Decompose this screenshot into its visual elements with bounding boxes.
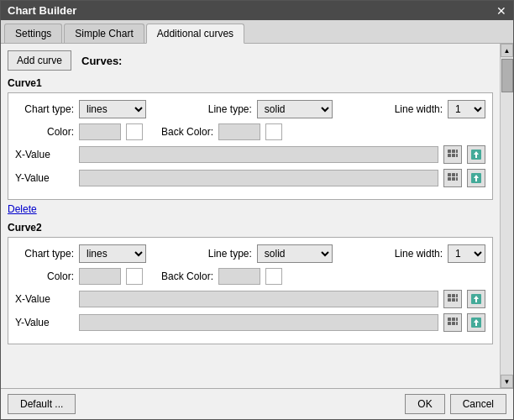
curve1-color-label: Color: [15,126,74,138]
curve2-xvalue-label: X-Value [15,293,74,305]
curve2-back-color-picker-btn[interactable] [265,268,282,285]
curve1-xvalue-input[interactable] [79,146,438,163]
curve1-box: Chart type: lines bars points Line type:… [8,92,493,200]
tab-simple-chart[interactable]: Simple Chart [64,24,144,43]
svg-rect-28 [456,318,458,321]
curve2-line-width-select[interactable]: 1 2 3 4 [448,244,485,263]
content-area: Add curve Curves: Curve1 Chart type: lin… [1,44,513,388]
grid-icon [447,293,459,305]
curve1-back-color-picker-btn[interactable] [265,123,282,140]
curve1-yvalue-arrow-icon-btn[interactable] [467,169,485,187]
scrollbar[interactable]: ▲ ▼ [500,44,513,388]
bottom-bar: Default ... OK Cancel [1,388,513,419]
curve2-title: Curve2 [8,222,493,234]
curve1-color-box [79,123,121,140]
curve2-line-type-label: Line type: [208,248,252,260]
green-arrow-icon [470,172,482,184]
grid-icon [447,149,459,160]
curve1-title: Curve1 [8,77,493,89]
tab-additional-curves[interactable]: Additional curves [146,24,244,44]
curve1-yvalue-input[interactable] [79,170,438,186]
svg-rect-13 [456,177,458,181]
svg-rect-29 [456,322,458,325]
curve1-yvalue-grid-icon-btn[interactable] [443,169,462,187]
close-button[interactable]: ✕ [496,5,506,17]
curve2-yvalue-input[interactable] [79,314,438,331]
curve2-yvalue-label: Y-Value [15,317,74,328]
scrollbar-up-btn[interactable]: ▲ [501,44,513,57]
curve1-xvalue-grid-icon-btn[interactable] [443,145,462,164]
svg-rect-2 [448,154,451,157]
curve1-color-row: Color: Back Color: [15,123,485,140]
curve1-color-picker-btn[interactable] [126,123,143,140]
curve1-line-width-label: Line width: [395,103,443,115]
curve2-chart-type-select[interactable]: lines bars points [79,244,146,263]
curve2-line-type-section: Line type: solid dashed dotted [151,244,390,263]
curve2-color-picker-btn[interactable] [126,268,143,285]
ok-button[interactable]: OK [405,394,444,414]
cancel-button[interactable]: Cancel [450,394,506,414]
svg-rect-24 [448,318,451,321]
grid-icon [447,172,459,184]
curves-label: Curves: [81,55,122,67]
svg-rect-11 [452,177,455,181]
window-title: Chart Builder [8,4,76,17]
svg-rect-9 [452,173,455,176]
curve2-back-color-box [218,268,260,285]
svg-rect-5 [456,154,458,157]
curve2-chart-type-label: Chart type: [15,248,74,260]
curve1-yvalue-row: Y-Value [15,169,485,187]
curve1-section: Curve1 Chart type: lines bars points Lin… [8,77,493,215]
svg-rect-19 [452,298,455,302]
svg-rect-12 [456,173,458,176]
curve1-line-type-label: Line type: [208,103,252,115]
svg-rect-16 [448,294,451,297]
svg-rect-17 [452,294,455,297]
curve2-color-box [79,268,121,285]
green-arrow-icon [470,149,482,160]
grid-icon [447,317,459,328]
curve2-yvalue-grid-icon-btn[interactable] [443,313,462,332]
default-button[interactable]: Default ... [8,394,76,414]
curve1-back-color-box [218,123,260,140]
curve1-chart-type-label: Chart type: [15,103,74,115]
svg-rect-0 [448,150,451,153]
curve2-xvalue-input[interactable] [79,291,438,307]
curve1-xvalue-arrow-icon-btn[interactable] [467,145,485,164]
curve2-color-row: Color: Back Color: [15,268,485,285]
curve1-chart-type-select[interactable]: lines bars points [79,100,146,118]
svg-rect-8 [448,173,451,176]
scrollbar-down-btn[interactable]: ▼ [501,375,513,388]
curve2-xvalue-row: X-Value [15,290,485,308]
scroll-area: Add curve Curves: Curve1 Chart type: lin… [1,44,500,388]
curve2-xvalue-grid-icon-btn[interactable] [443,290,462,308]
svg-rect-20 [456,294,458,297]
curve2-chart-type-row: Chart type: lines bars points Line type:… [15,244,485,263]
svg-rect-26 [448,322,451,325]
curve2-yvalue-row: Y-Value [15,313,485,332]
svg-rect-10 [448,177,451,181]
curve2-back-color-label: Back Color: [161,270,213,282]
scrollbar-thumb[interactable] [501,59,513,92]
curve2-line-type-select[interactable]: solid dashed dotted [257,244,333,263]
bottom-right-buttons: OK Cancel [405,394,506,414]
curve2-xvalue-arrow-icon-btn[interactable] [467,290,485,308]
svg-rect-1 [452,150,455,153]
tab-bar: Settings Simple Chart Additional curves [1,20,513,44]
curve2-box: Chart type: lines bars points Line type:… [8,237,493,344]
tab-settings[interactable]: Settings [4,24,62,43]
green-arrow-icon [470,317,482,328]
curve1-line-type-select[interactable]: solid dashed dotted [257,100,333,118]
curve1-delete-link[interactable]: Delete [8,203,37,215]
add-curve-button[interactable]: Add curve [8,50,71,71]
curve1-line-width-section: Line width: 1 2 3 4 [395,100,485,118]
curve1-line-width-select[interactable]: 1 2 3 4 [448,100,485,118]
curve2-color-label: Color: [15,270,74,282]
curve2-line-width-label: Line width: [395,248,443,260]
curve2-yvalue-arrow-icon-btn[interactable] [467,313,485,332]
title-bar: Chart Builder ✕ [1,1,513,20]
curve1-back-color-label: Back Color: [161,126,213,138]
svg-rect-3 [452,154,455,157]
svg-rect-21 [456,298,458,302]
svg-rect-25 [452,318,455,321]
